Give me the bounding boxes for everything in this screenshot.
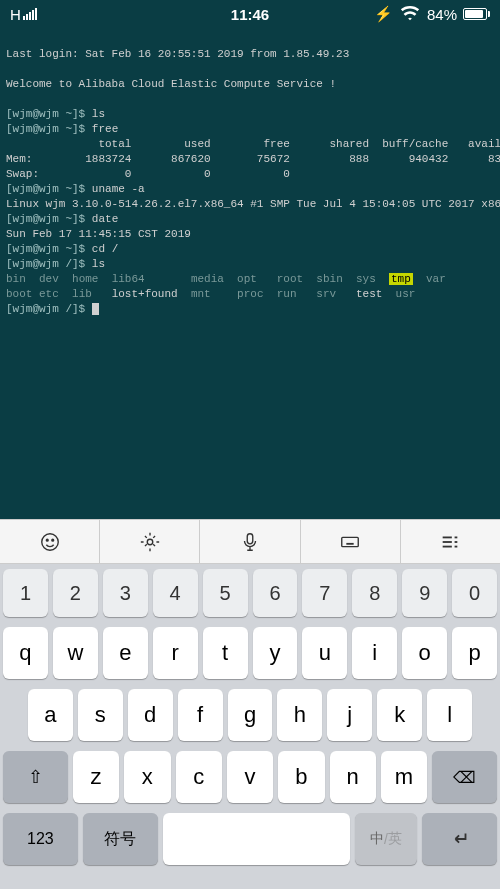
key-5[interactable]: 5	[203, 569, 248, 617]
clock: 11:46	[231, 6, 269, 23]
key-j[interactable]: j	[327, 689, 372, 741]
key-i[interactable]: i	[352, 627, 397, 679]
keyboard: 1 2 3 4 5 6 7 8 9 0 q w e r t y u i o p …	[0, 564, 500, 889]
svg-point-1	[46, 539, 48, 541]
cmd-free: free	[92, 123, 118, 135]
bottom-row: 123 符号 中/英	[0, 808, 500, 862]
settings-button[interactable]	[100, 520, 200, 563]
key-c[interactable]: c	[176, 751, 222, 803]
svg-point-3	[147, 539, 153, 545]
letter-row-2: a s d f g h j k l	[0, 684, 500, 746]
keyboard-toolbar	[0, 519, 500, 564]
key-v[interactable]: v	[227, 751, 273, 803]
key-6[interactable]: 6	[253, 569, 298, 617]
dir-home: home	[72, 273, 98, 285]
key-w[interactable]: w	[53, 627, 98, 679]
cmd-ls: ls	[92, 108, 105, 120]
status-bar: H 11:46 ⚡ 84%	[0, 0, 500, 28]
key-4[interactable]: 4	[153, 569, 198, 617]
dir-sbin: sbin	[316, 273, 342, 285]
number-row: 1 2 3 4 5 6 7 8 9 0	[0, 564, 500, 622]
key-x[interactable]: x	[124, 751, 170, 803]
uname-out: Linux wjm 3.10.0-514.26.2.el7.x86_64 #1 …	[6, 198, 500, 210]
letter-row-3: ⇧ z x c v b n m ⌫	[0, 746, 500, 808]
key-a[interactable]: a	[28, 689, 73, 741]
status-right: ⚡ 84%	[374, 2, 490, 27]
key-8[interactable]: 8	[352, 569, 397, 617]
key-l[interactable]: l	[427, 689, 472, 741]
key-s[interactable]: s	[78, 689, 123, 741]
dir-tmp: tmp	[389, 273, 413, 285]
key-h[interactable]: h	[277, 689, 322, 741]
key-backspace[interactable]: ⌫	[432, 751, 497, 803]
key-p[interactable]: p	[452, 627, 497, 679]
dir-dev: dev	[39, 273, 59, 285]
dir-boot: boot	[6, 288, 32, 300]
svg-point-2	[51, 539, 53, 541]
key-r[interactable]: r	[153, 627, 198, 679]
dir-lib: lib	[72, 288, 92, 300]
key-2[interactable]: 2	[53, 569, 98, 617]
last-login-line: Last login: Sat Feb 16 20:55:51 2019 fro…	[6, 48, 349, 60]
key-y[interactable]: y	[253, 627, 298, 679]
dir-usr: usr	[396, 288, 416, 300]
free-mem: Mem: 1883724 867620 75672 888 940432 833…	[6, 153, 500, 165]
battery-pct: 84%	[427, 6, 457, 23]
key-1[interactable]: 1	[3, 569, 48, 617]
dir-mnt: mnt	[191, 288, 211, 300]
key-shift[interactable]: ⇧	[3, 751, 68, 803]
key-o[interactable]: o	[402, 627, 447, 679]
keyboard-toggle-button[interactable]	[301, 520, 401, 563]
key-t[interactable]: t	[203, 627, 248, 679]
key-0[interactable]: 0	[452, 569, 497, 617]
dir-sys: sys	[356, 273, 376, 285]
wifi-icon	[399, 2, 421, 27]
dir-media: media	[191, 273, 224, 285]
dir-proc: proc	[237, 288, 263, 300]
key-f[interactable]: f	[178, 689, 223, 741]
dir-srv: srv	[316, 288, 336, 300]
cmd-date: date	[92, 213, 118, 225]
key-u[interactable]: u	[302, 627, 347, 679]
voice-button[interactable]	[200, 520, 300, 563]
key-g[interactable]: g	[228, 689, 273, 741]
key-symbols[interactable]: 符号	[83, 813, 158, 865]
key-3[interactable]: 3	[103, 569, 148, 617]
key-m[interactable]: m	[381, 751, 427, 803]
key-b[interactable]: b	[278, 751, 324, 803]
dir-lib64: lib64	[112, 273, 145, 285]
terminal-output[interactable]: Last login: Sat Feb 16 20:55:51 2019 fro…	[0, 28, 500, 321]
free-swap: Swap: 0 0 0	[6, 168, 290, 180]
svg-rect-5	[342, 537, 359, 546]
battery-icon	[463, 8, 490, 20]
key-space[interactable]	[163, 813, 350, 865]
prompt: [wjm@wjm ~]$	[6, 213, 92, 225]
cmd-uname: uname -a	[92, 183, 145, 195]
key-7[interactable]: 7	[302, 569, 347, 617]
welcome-line: Welcome to Alibaba Cloud Elastic Compute…	[6, 78, 336, 90]
key-k[interactable]: k	[377, 689, 422, 741]
key-d[interactable]: d	[128, 689, 173, 741]
dir-lostfound: lost+found	[112, 288, 178, 300]
cursor	[92, 303, 99, 315]
dir-test: test	[356, 288, 382, 300]
key-language-toggle[interactable]: 中/英	[355, 813, 417, 865]
key-n[interactable]: n	[330, 751, 376, 803]
dir-root: root	[277, 273, 303, 285]
key-z[interactable]: z	[73, 751, 119, 803]
svg-point-0	[41, 533, 58, 550]
signal-icon	[23, 8, 37, 20]
key-e[interactable]: e	[103, 627, 148, 679]
prompt: [wjm@wjm ~]$	[6, 123, 92, 135]
status-left: H	[10, 6, 37, 23]
key-numeric-toggle[interactable]: 123	[3, 813, 78, 865]
key-enter[interactable]	[422, 813, 497, 865]
key-q[interactable]: q	[3, 627, 48, 679]
more-options-button[interactable]	[401, 520, 500, 563]
key-9[interactable]: 9	[402, 569, 447, 617]
free-header: total used free shared buff/cache availa…	[6, 138, 500, 150]
emoji-button[interactable]	[0, 520, 100, 563]
dir-bin: bin	[6, 273, 26, 285]
dir-etc: etc	[39, 288, 59, 300]
dir-run: run	[277, 288, 297, 300]
